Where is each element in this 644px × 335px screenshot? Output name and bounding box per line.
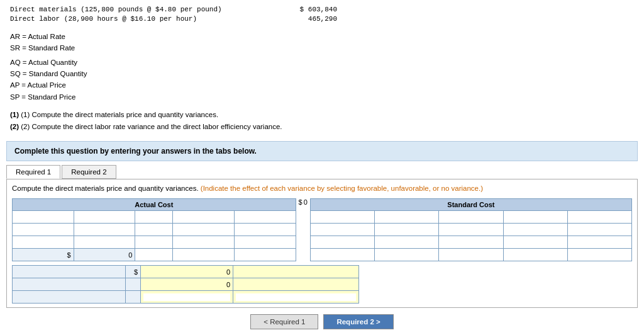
middle-separator: $ 0 [299, 198, 308, 207]
ac-cell-6[interactable] [13, 224, 74, 236]
variance-dollar-1: $ [126, 266, 141, 278]
ac-cell-8[interactable] [135, 224, 173, 236]
next-button[interactable]: Required 2 > [323, 314, 393, 329]
sc-input-11[interactable] [313, 239, 372, 246]
sc-cell-8[interactable] [439, 224, 503, 236]
variance-row-2: 0 [13, 278, 359, 291]
ac-cell-12[interactable] [74, 236, 135, 249]
sc-input-13[interactable] [441, 239, 500, 246]
ac-cell-13[interactable] [135, 236, 173, 249]
ac-cell-1[interactable] [13, 211, 74, 224]
table-row [13, 224, 296, 236]
ac-input-13[interactable] [138, 239, 170, 246]
ac-cell-10[interactable] [234, 224, 296, 236]
ac-input-1[interactable] [15, 213, 71, 221]
sc-input-14[interactable] [506, 239, 565, 246]
sc-cell-3[interactable] [439, 211, 503, 224]
sc-input-12[interactable] [377, 239, 436, 246]
ac-cell-2[interactable] [74, 211, 135, 224]
labor-line: Direct labor (28,900 hours @ $16.10 per … [10, 14, 197, 24]
sc-cell-15[interactable] [567, 236, 631, 249]
sc-cell-1[interactable] [310, 211, 374, 224]
sc-cell-5[interactable] [567, 211, 631, 224]
sc-cell-6[interactable] [310, 224, 374, 236]
sc-input-8[interactable] [441, 226, 500, 234]
sc-cell-10[interactable] [567, 224, 631, 236]
instructions-section: (1) (1) Compute the direct materials pri… [0, 106, 644, 137]
sc-cell-7[interactable] [375, 224, 439, 236]
ac-cell-9[interactable] [173, 224, 235, 236]
sc-cell-9[interactable] [503, 224, 567, 236]
ac-input-14[interactable] [175, 239, 231, 246]
sc-cell-2[interactable] [375, 211, 439, 224]
variance-zero-2: 0 [141, 278, 233, 291]
tab-required2[interactable]: Required 2 [62, 165, 116, 179]
ac-dollar: $ [13, 249, 74, 261]
sc-input-7[interactable] [377, 226, 436, 234]
def-sr: SR = Standard Rate [10, 42, 634, 54]
ac-input-5[interactable] [237, 213, 293, 221]
table-row [13, 211, 296, 224]
sc-input-1[interactable] [313, 213, 372, 221]
dollar-sign-mid: $ [299, 198, 303, 206]
ac-cell-4[interactable] [173, 211, 235, 224]
sc-input-4[interactable] [506, 213, 565, 221]
labor-amount: 465,290 [308, 14, 337, 24]
sc-input-10[interactable] [570, 226, 629, 234]
ac-cell-3[interactable] [135, 211, 173, 224]
variance-table: $ 0 0 [12, 265, 359, 304]
actual-cost-section: Actual Cost [12, 198, 296, 261]
variance-input-2[interactable] [233, 278, 359, 291]
standard-cost-table: Standard Cost [310, 198, 632, 261]
table-row [310, 224, 631, 236]
table-row [310, 211, 631, 224]
ac-input-6[interactable] [15, 226, 71, 234]
definitions-section: AR = Actual Rate SR = Standard Rate AQ =… [0, 27, 644, 106]
table-row-total: $ 0 [13, 249, 296, 261]
sc-input-5[interactable] [570, 213, 629, 221]
tab-required1[interactable]: Required 1 [6, 165, 60, 179]
sc-cell-11[interactable] [310, 236, 374, 249]
ac-input-2[interactable] [77, 213, 133, 221]
variance-input-3a[interactable] [141, 291, 233, 304]
variance-input-3b[interactable] [233, 291, 359, 304]
ac-input-3[interactable] [138, 213, 170, 221]
variance-text-2[interactable] [236, 281, 356, 288]
ac-input-4[interactable] [175, 213, 231, 221]
prev-button[interactable]: < Required 1 [250, 314, 318, 329]
ac-input-11[interactable] [15, 239, 71, 246]
ac-input-8[interactable] [138, 226, 170, 234]
actual-cost-table: Actual Cost [12, 198, 296, 261]
ac-input-10[interactable] [237, 226, 293, 234]
ac-input-12[interactable] [77, 239, 133, 246]
variance-dollar-3 [126, 291, 141, 304]
variance-text-3a[interactable] [143, 293, 230, 301]
variance-text-1[interactable] [236, 268, 356, 276]
instruction-1: (1) (1) Compute the direct materials pri… [10, 109, 634, 120]
sc-input-9[interactable] [506, 226, 565, 234]
ac-input-7[interactable] [77, 226, 133, 234]
ac-total-input2[interactable] [237, 251, 293, 259]
variance-text-3b[interactable] [236, 293, 356, 301]
tabs-container: Required 1 Required 2 [6, 165, 638, 179]
sc-input-15[interactable] [570, 239, 629, 246]
sc-input-6[interactable] [313, 226, 372, 234]
instruction-2: (2) (2) Compute the direct labor rate va… [10, 121, 634, 132]
def-ar: AR = Actual Rate [10, 31, 634, 42]
sc-cell-14[interactable] [503, 236, 567, 249]
sc-cell-12[interactable] [375, 236, 439, 249]
sc-cell-4[interactable] [503, 211, 567, 224]
sc-input-2[interactable] [377, 213, 436, 221]
variance-input-1[interactable] [233, 266, 359, 278]
ac-input-9[interactable] [175, 226, 231, 234]
ac-input-15[interactable] [237, 239, 293, 246]
ac-cell-7[interactable] [74, 224, 135, 236]
ac-cell-5[interactable] [234, 211, 296, 224]
variance-section: $ 0 0 [12, 265, 632, 304]
ac-total-input[interactable] [175, 251, 231, 259]
ac-cell-15[interactable] [234, 236, 296, 249]
ac-cell-11[interactable] [13, 236, 74, 249]
sc-cell-13[interactable] [439, 236, 503, 249]
ac-cell-14[interactable] [173, 236, 235, 249]
sc-input-3[interactable] [441, 213, 500, 221]
